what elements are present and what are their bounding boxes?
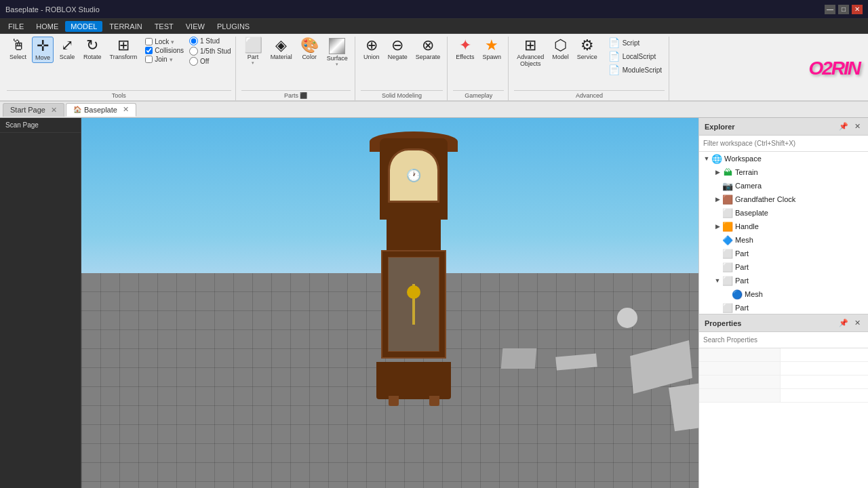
explorer-pin-button[interactable]: 📌 [838, 121, 849, 132]
negate-button[interactable]: ⊖ Negate [385, 37, 410, 62]
tree-item-part3[interactable]: ▼ ⬜ Part [699, 274, 868, 287]
tree-item-handle[interactable]: ▶ 🟧 Handle [699, 220, 868, 233]
prop-row-2 [699, 362, 868, 375]
negate-icon: ⊖ [391, 38, 403, 53]
rotate-label: Rotate [83, 54, 102, 60]
properties-search-input[interactable] [703, 336, 864, 344]
script-button[interactable]: 📄 Script [606, 37, 665, 49]
mesh2-expand[interactable] [722, 289, 732, 299]
stud-1-label: 1 Stud [200, 37, 220, 45]
local-script-button[interactable]: 📄 LocalScript [606, 50, 665, 62]
properties-close-button[interactable]: ✕ [852, 318, 863, 329]
part-button[interactable]: ⬜ Part ▾ [241, 37, 265, 67]
material-button[interactable]: ◈ Material [268, 37, 295, 62]
effects-button[interactable]: ✦ Effects [453, 37, 477, 62]
properties-pin-button[interactable]: 📌 [838, 318, 849, 329]
surface-dropdown[interactable]: ▾ [336, 62, 338, 67]
camera-expand[interactable] [713, 181, 722, 190]
parts-expand-icon[interactable]: ⬛ [300, 92, 307, 99]
transform-button[interactable]: ⊞ Transform [107, 37, 140, 62]
stud-1-radio[interactable] [189, 37, 198, 45]
mesh2-icon: 🔵 [732, 289, 743, 300]
terrain-expand[interactable]: ▶ [713, 167, 722, 177]
part2-icon: ⬜ [722, 262, 733, 272]
advanced-objects-button[interactable]: ⊞ AdvancedObjects [514, 37, 547, 68]
spawn-button[interactable]: ★ Spawn [480, 37, 505, 62]
properties-controls: 📌 ✕ [838, 318, 863, 329]
service-button[interactable]: ⚙ Service [574, 37, 600, 62]
rotate-button[interactable]: ↻ Rotate [81, 37, 104, 62]
tab-start-page-close[interactable]: ✕ [51, 106, 57, 115]
scripts-group: 📄 Script 📄 LocalScript 📄 ModuleScript [606, 37, 665, 76]
module-script-icon: 📄 [608, 64, 620, 75]
menu-model[interactable]: MODEL [65, 21, 102, 32]
pendulum [412, 284, 415, 325]
menu-view[interactable]: VIEW [180, 21, 210, 32]
tree-item-camera[interactable]: 📷 Camera [699, 179, 868, 192]
scan-page-button[interactable]: Scan Page [0, 118, 81, 133]
menu-file[interactable]: FILE [3, 21, 29, 32]
move-button[interactable]: ✛ Move [32, 37, 54, 63]
explorer-search-input[interactable] [703, 140, 864, 147]
color-button[interactable]: 🎨 Color [298, 37, 321, 62]
select-button[interactable]: 🖱 Select [7, 37, 29, 62]
scale-button[interactable]: ⤢ Scale [56, 37, 78, 62]
tree-item-grandfather-clock[interactable]: ▶ 🟫 Grandfather Clock [699, 192, 868, 206]
grandfather-clock-expand[interactable]: ▶ [713, 195, 722, 204]
part-dropdown[interactable]: ▾ [252, 60, 254, 66]
module-script-button[interactable]: 📄 ModuleScript [606, 64, 665, 76]
join-checkbox[interactable] [145, 56, 153, 63]
lock-checkbox[interactable] [145, 38, 153, 45]
handle-expand[interactable]: ▶ [713, 222, 722, 231]
tree-item-mesh1[interactable]: 🔷 Mesh [699, 233, 868, 247]
part3-expand[interactable]: ▼ [713, 276, 722, 285]
tree-item-baseplate[interactable]: ⬜ Baseplate [699, 206, 868, 220]
move-label: Move [35, 54, 50, 61]
baseplate-expand[interactable] [713, 208, 722, 218]
stud-fifth-label: 1/5th Stud [200, 47, 231, 55]
menu-terrain[interactable]: TERRAIN [104, 21, 147, 32]
grandfather-clock-label: Grandfather Clock [735, 195, 795, 203]
lock-dropdown[interactable]: ▾ [171, 39, 174, 45]
explorer-close-button[interactable]: ✕ [852, 121, 863, 132]
clock-feet [373, 392, 454, 406]
collisions-checkbox[interactable] [145, 47, 153, 54]
menu-plugins[interactable]: PLUGINS [212, 21, 255, 32]
menu-home[interactable]: HOME [31, 21, 64, 32]
part4-expand[interactable] [713, 303, 722, 312]
tab-baseplate-close[interactable]: ✕ [123, 105, 129, 114]
part3-label: Part [735, 277, 749, 285]
close-button[interactable]: ✕ [852, 5, 863, 14]
mesh1-expand[interactable] [713, 235, 722, 245]
tree-item-workspace[interactable]: ▼ 🌐 Workspace [699, 152, 868, 165]
maximize-button[interactable]: □ [838, 5, 849, 14]
stud-1-option: 1 Stud [189, 37, 231, 45]
tree-item-part4[interactable]: ⬜ Part [699, 301, 868, 314]
clock-foot-left [389, 396, 399, 406]
surface-button[interactable]: Surface ▾ [324, 37, 351, 68]
join-dropdown[interactable]: ▾ [170, 56, 173, 63]
viewport[interactable]: 🕐 [81, 118, 698, 488]
tab-baseplate[interactable]: 🏠 Baseplate ✕ [66, 103, 136, 117]
advanced-objects-label: AdvancedObjects [517, 54, 544, 67]
part1-expand[interactable] [713, 249, 722, 258]
tab-start-page[interactable]: Start Page ✕ [3, 103, 64, 117]
material-label: Material [271, 54, 292, 60]
model-button[interactable]: ⬡ Model [549, 37, 572, 62]
local-script-icon: 📄 [608, 51, 620, 62]
negate-label: Negate [388, 54, 408, 60]
union-label: Union [363, 54, 380, 60]
minimize-button[interactable]: — [825, 5, 835, 14]
menu-test[interactable]: TEST [149, 21, 179, 32]
tree-item-terrain[interactable]: ▶ 🏔 Terrain [699, 165, 868, 179]
part2-expand[interactable] [713, 262, 722, 272]
stud-off-radio[interactable] [189, 57, 198, 66]
tree-item-part1[interactable]: ⬜ Part [699, 247, 868, 260]
union-button[interactable]: ⊕ Union [361, 37, 382, 62]
pendulum-bob [407, 285, 420, 299]
stud-fifth-radio[interactable] [189, 47, 198, 56]
tree-item-mesh2[interactable]: 🔵 Mesh [699, 287, 868, 301]
tree-item-part2[interactable]: ⬜ Part [699, 260, 868, 274]
workspace-expand[interactable]: ▼ [702, 154, 711, 163]
separate-button[interactable]: ⊗ Separate [413, 37, 443, 62]
